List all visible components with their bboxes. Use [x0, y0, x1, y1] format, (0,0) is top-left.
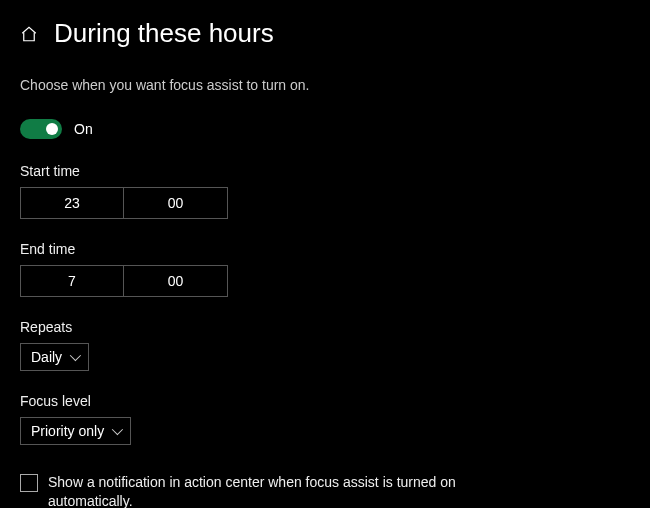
notification-checkbox-label: Show a notification in action center whe… [48, 473, 488, 508]
focus-level-dropdown[interactable]: Priority only [20, 417, 131, 445]
start-minute-field[interactable]: 00 [124, 187, 228, 219]
home-icon[interactable] [20, 25, 38, 43]
page-title: During these hours [54, 18, 274, 49]
start-time-picker: 23 00 [20, 187, 630, 219]
focus-assist-toggle[interactable] [20, 119, 62, 139]
start-time-group: Start time 23 00 [20, 163, 630, 219]
repeats-group: Repeats Daily [20, 319, 630, 371]
page-header: During these hours [20, 18, 630, 49]
notification-checkbox[interactable] [20, 474, 38, 492]
end-time-picker: 7 00 [20, 265, 630, 297]
page-subtitle: Choose when you want focus assist to tur… [20, 77, 630, 93]
focus-assist-toggle-row: On [20, 119, 630, 139]
notification-checkbox-row: Show a notification in action center whe… [20, 473, 630, 508]
focus-assist-toggle-label: On [74, 121, 93, 137]
end-minute-field[interactable]: 00 [124, 265, 228, 297]
repeats-dropdown[interactable]: Daily [20, 343, 89, 371]
repeats-label: Repeats [20, 319, 630, 335]
focus-level-value: Priority only [31, 423, 104, 439]
end-time-group: End time 7 00 [20, 241, 630, 297]
chevron-down-icon [112, 424, 123, 435]
start-hour-field[interactable]: 23 [20, 187, 124, 219]
focus-level-label: Focus level [20, 393, 630, 409]
repeats-value: Daily [31, 349, 62, 365]
end-time-label: End time [20, 241, 630, 257]
end-hour-field[interactable]: 7 [20, 265, 124, 297]
chevron-down-icon [70, 350, 81, 361]
start-time-label: Start time [20, 163, 630, 179]
focus-level-group: Focus level Priority only [20, 393, 630, 445]
